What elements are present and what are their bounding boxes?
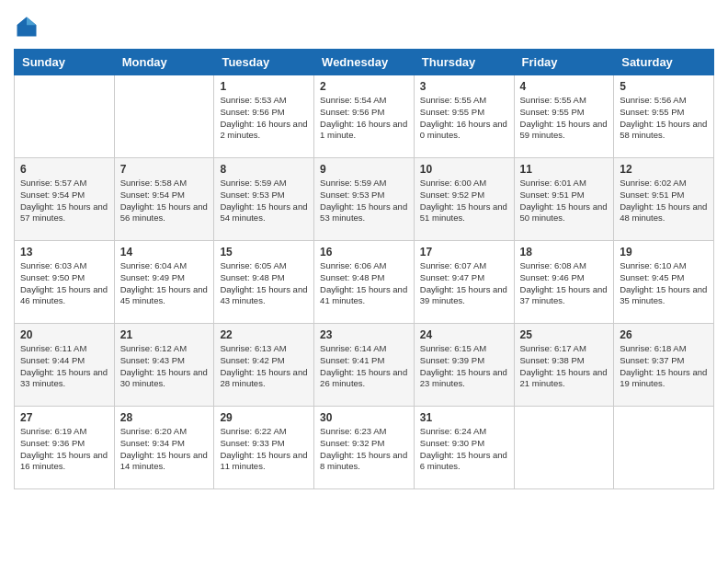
cell-info-text: Sunrise: 5:57 AM Sunset: 9:54 PM Dayligh… <box>20 178 108 224</box>
calendar-cell: 23Sunrise: 6:14 AM Sunset: 9:41 PM Dayli… <box>314 324 415 407</box>
calendar-cell: 10Sunrise: 6:00 AM Sunset: 9:52 PM Dayli… <box>414 158 514 241</box>
calendar-cell: 7Sunrise: 5:58 AM Sunset: 9:54 PM Daylig… <box>114 158 214 241</box>
cell-info-text: Sunrise: 5:58 AM Sunset: 9:54 PM Dayligh… <box>120 178 209 224</box>
calendar-cell: 30Sunrise: 6:23 AM Sunset: 9:32 PM Dayli… <box>314 407 415 489</box>
calendar-cell: 8Sunrise: 5:59 AM Sunset: 9:53 PM Daylig… <box>214 158 314 241</box>
cell-day-number: 21 <box>120 328 209 341</box>
cell-info-text: Sunrise: 6:18 AM Sunset: 9:37 PM Dayligh… <box>620 343 708 390</box>
cell-day-number: 1 <box>220 80 308 93</box>
calendar-week-row: 13Sunrise: 6:03 AM Sunset: 9:50 PM Dayli… <box>15 241 714 324</box>
cell-info-text: Sunrise: 5:55 AM Sunset: 9:55 PM Dayligh… <box>420 95 508 142</box>
calendar-cell: 6Sunrise: 5:57 AM Sunset: 9:54 PM Daylig… <box>15 158 115 241</box>
cell-day-number: 17 <box>420 246 508 259</box>
cell-day-number: 16 <box>320 246 408 259</box>
calendar-cell: 31Sunrise: 6:24 AM Sunset: 9:30 PM Dayli… <box>414 407 514 489</box>
calendar-week-row: 27Sunrise: 6:19 AM Sunset: 9:36 PM Dayli… <box>15 407 714 489</box>
calendar-cell: 19Sunrise: 6:10 AM Sunset: 9:45 PM Dayli… <box>614 241 714 324</box>
cell-info-text: Sunrise: 6:04 AM Sunset: 9:49 PM Dayligh… <box>120 260 209 307</box>
calendar-cell: 21Sunrise: 6:12 AM Sunset: 9:43 PM Dayli… <box>114 324 214 407</box>
weekday-header: Friday <box>514 50 614 75</box>
calendar-cell: 2Sunrise: 5:54 AM Sunset: 9:56 PM Daylig… <box>314 75 415 158</box>
calendar-cell <box>514 407 614 489</box>
calendar-cell: 13Sunrise: 6:03 AM Sunset: 9:50 PM Dayli… <box>15 241 115 324</box>
cell-info-text: Sunrise: 6:17 AM Sunset: 9:38 PM Dayligh… <box>520 343 609 390</box>
cell-info-text: Sunrise: 6:24 AM Sunset: 9:30 PM Dayligh… <box>420 426 508 473</box>
cell-day-number: 15 <box>220 246 308 259</box>
cell-day-number: 25 <box>520 328 609 341</box>
cell-day-number: 28 <box>120 411 209 424</box>
cell-day-number: 13 <box>20 246 108 259</box>
cell-day-number: 18 <box>520 246 609 259</box>
calendar-cell: 22Sunrise: 6:13 AM Sunset: 9:42 PM Dayli… <box>214 324 314 407</box>
cell-info-text: Sunrise: 5:55 AM Sunset: 9:55 PM Dayligh… <box>520 95 609 142</box>
cell-day-number: 4 <box>520 80 609 93</box>
calendar-cell: 9Sunrise: 5:59 AM Sunset: 9:53 PM Daylig… <box>314 158 415 241</box>
calendar-cell: 5Sunrise: 5:56 AM Sunset: 9:55 PM Daylig… <box>614 75 714 158</box>
cell-day-number: 10 <box>420 163 508 176</box>
cell-info-text: Sunrise: 6:13 AM Sunset: 9:42 PM Dayligh… <box>220 343 308 390</box>
weekday-header: Thursday <box>414 50 514 75</box>
calendar-cell: 27Sunrise: 6:19 AM Sunset: 9:36 PM Dayli… <box>15 407 115 489</box>
weekday-header: Saturday <box>614 50 714 75</box>
calendar-week-row: 1Sunrise: 5:53 AM Sunset: 9:56 PM Daylig… <box>15 75 714 158</box>
calendar-cell: 15Sunrise: 6:05 AM Sunset: 9:48 PM Dayli… <box>214 241 314 324</box>
cell-day-number: 6 <box>20 163 108 176</box>
cell-info-text: Sunrise: 6:23 AM Sunset: 9:32 PM Dayligh… <box>320 426 408 473</box>
svg-marker-1 <box>27 17 37 26</box>
calendar-cell: 11Sunrise: 6:01 AM Sunset: 9:51 PM Dayli… <box>514 158 614 241</box>
calendar-week-row: 6Sunrise: 5:57 AM Sunset: 9:54 PM Daylig… <box>15 158 714 241</box>
cell-info-text: Sunrise: 5:59 AM Sunset: 9:53 PM Dayligh… <box>220 178 308 224</box>
cell-info-text: Sunrise: 6:14 AM Sunset: 9:41 PM Dayligh… <box>320 343 408 390</box>
cell-day-number: 27 <box>20 411 108 424</box>
page-header <box>14 14 714 40</box>
cell-day-number: 2 <box>320 80 408 93</box>
calendar-table: SundayMondayTuesdayWednesdayThursdayFrid… <box>14 49 714 489</box>
calendar-cell: 29Sunrise: 6:22 AM Sunset: 9:33 PM Dayli… <box>214 407 314 489</box>
cell-day-number: 12 <box>620 163 708 176</box>
cell-info-text: Sunrise: 5:56 AM Sunset: 9:55 PM Dayligh… <box>620 95 708 142</box>
calendar-cell <box>114 75 214 158</box>
calendar-cell: 20Sunrise: 6:11 AM Sunset: 9:44 PM Dayli… <box>15 324 115 407</box>
cell-info-text: Sunrise: 6:02 AM Sunset: 9:51 PM Dayligh… <box>620 178 708 224</box>
cell-day-number: 8 <box>220 163 308 176</box>
cell-info-text: Sunrise: 6:07 AM Sunset: 9:47 PM Dayligh… <box>420 260 508 307</box>
calendar-cell: 14Sunrise: 6:04 AM Sunset: 9:49 PM Dayli… <box>114 241 214 324</box>
cell-day-number: 14 <box>120 246 209 259</box>
cell-day-number: 11 <box>520 163 609 176</box>
calendar-cell: 4Sunrise: 5:55 AM Sunset: 9:55 PM Daylig… <box>514 75 614 158</box>
cell-info-text: Sunrise: 6:08 AM Sunset: 9:46 PM Dayligh… <box>520 260 609 307</box>
cell-info-text: Sunrise: 6:00 AM Sunset: 9:52 PM Dayligh… <box>420 178 508 224</box>
cell-info-text: Sunrise: 6:05 AM Sunset: 9:48 PM Dayligh… <box>220 260 308 307</box>
cell-info-text: Sunrise: 6:12 AM Sunset: 9:43 PM Dayligh… <box>120 343 209 390</box>
cell-day-number: 19 <box>620 246 708 259</box>
calendar-cell <box>614 407 714 489</box>
cell-info-text: Sunrise: 6:11 AM Sunset: 9:44 PM Dayligh… <box>20 343 108 390</box>
cell-info-text: Sunrise: 5:54 AM Sunset: 9:56 PM Dayligh… <box>320 95 408 142</box>
calendar-cell: 1Sunrise: 5:53 AM Sunset: 9:56 PM Daylig… <box>214 75 314 158</box>
cell-info-text: Sunrise: 6:10 AM Sunset: 9:45 PM Dayligh… <box>620 260 708 307</box>
cell-day-number: 31 <box>420 411 508 424</box>
cell-info-text: Sunrise: 6:01 AM Sunset: 9:51 PM Dayligh… <box>520 178 609 224</box>
cell-day-number: 29 <box>220 411 308 424</box>
cell-day-number: 9 <box>320 163 408 176</box>
calendar-cell: 28Sunrise: 6:20 AM Sunset: 9:34 PM Dayli… <box>114 407 214 489</box>
cell-info-text: Sunrise: 5:53 AM Sunset: 9:56 PM Dayligh… <box>220 95 308 142</box>
calendar-cell: 16Sunrise: 6:06 AM Sunset: 9:48 PM Dayli… <box>314 241 415 324</box>
cell-day-number: 20 <box>20 328 108 341</box>
calendar-cell: 24Sunrise: 6:15 AM Sunset: 9:39 PM Dayli… <box>414 324 514 407</box>
cell-info-text: Sunrise: 6:15 AM Sunset: 9:39 PM Dayligh… <box>420 343 508 390</box>
svg-marker-2 <box>17 17 28 26</box>
weekday-header: Wednesday <box>314 50 415 75</box>
cell-info-text: Sunrise: 6:20 AM Sunset: 9:34 PM Dayligh… <box>120 426 209 473</box>
cell-day-number: 3 <box>420 80 508 93</box>
calendar-cell: 18Sunrise: 6:08 AM Sunset: 9:46 PM Dayli… <box>514 241 614 324</box>
cell-day-number: 5 <box>620 80 708 93</box>
cell-info-text: Sunrise: 6:03 AM Sunset: 9:50 PM Dayligh… <box>20 260 108 307</box>
cell-day-number: 7 <box>120 163 209 176</box>
cell-day-number: 26 <box>620 328 708 341</box>
calendar-cell: 26Sunrise: 6:18 AM Sunset: 9:37 PM Dayli… <box>614 324 714 407</box>
calendar-cell <box>15 75 115 158</box>
calendar-cell: 25Sunrise: 6:17 AM Sunset: 9:38 PM Dayli… <box>514 324 614 407</box>
cell-day-number: 23 <box>320 328 408 341</box>
cell-day-number: 24 <box>420 328 508 341</box>
